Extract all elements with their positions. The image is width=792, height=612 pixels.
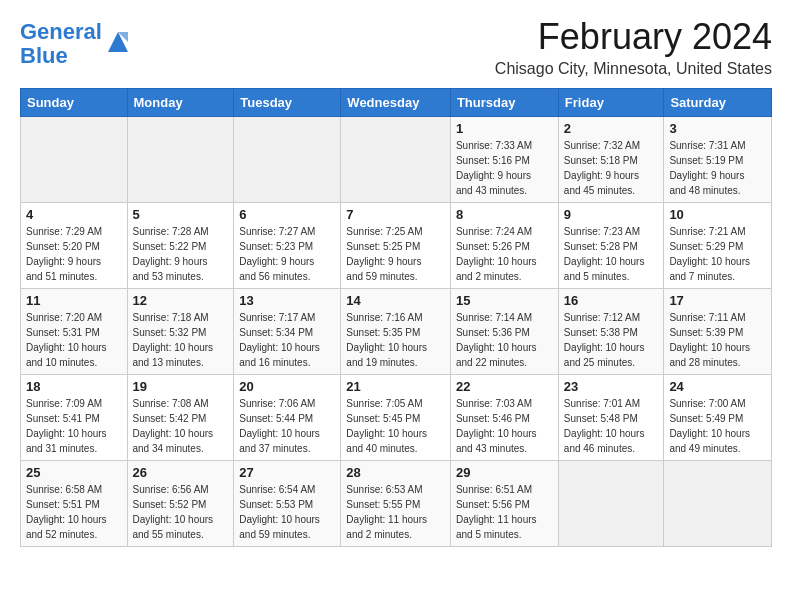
calendar-cell: 6Sunrise: 7:27 AM Sunset: 5:23 PM Daylig… <box>234 203 341 289</box>
day-number: 24 <box>669 379 766 394</box>
calendar-cell: 4Sunrise: 7:29 AM Sunset: 5:20 PM Daylig… <box>21 203 128 289</box>
day-number: 1 <box>456 121 553 136</box>
logo: General Blue <box>20 20 132 68</box>
calendar-cell: 5Sunrise: 7:28 AM Sunset: 5:22 PM Daylig… <box>127 203 234 289</box>
calendar-cell <box>341 117 451 203</box>
calendar-cell: 15Sunrise: 7:14 AM Sunset: 5:36 PM Dayli… <box>450 289 558 375</box>
calendar-cell <box>234 117 341 203</box>
calendar-cell: 27Sunrise: 6:54 AM Sunset: 5:53 PM Dayli… <box>234 461 341 547</box>
day-number: 21 <box>346 379 445 394</box>
day-number: 7 <box>346 207 445 222</box>
day-info: Sunrise: 7:01 AM Sunset: 5:48 PM Dayligh… <box>564 396 659 456</box>
header-saturday: Saturday <box>664 89 772 117</box>
day-info: Sunrise: 7:32 AM Sunset: 5:18 PM Dayligh… <box>564 138 659 198</box>
day-number: 13 <box>239 293 335 308</box>
day-info: Sunrise: 6:58 AM Sunset: 5:51 PM Dayligh… <box>26 482 122 542</box>
calendar-cell: 14Sunrise: 7:16 AM Sunset: 5:35 PM Dayli… <box>341 289 451 375</box>
calendar-cell: 12Sunrise: 7:18 AM Sunset: 5:32 PM Dayli… <box>127 289 234 375</box>
day-info: Sunrise: 6:54 AM Sunset: 5:53 PM Dayligh… <box>239 482 335 542</box>
day-info: Sunrise: 7:31 AM Sunset: 5:19 PM Dayligh… <box>669 138 766 198</box>
logo-icon <box>104 28 132 56</box>
day-number: 26 <box>133 465 229 480</box>
calendar-cell: 7Sunrise: 7:25 AM Sunset: 5:25 PM Daylig… <box>341 203 451 289</box>
calendar-cell: 2Sunrise: 7:32 AM Sunset: 5:18 PM Daylig… <box>558 117 664 203</box>
calendar-cell: 25Sunrise: 6:58 AM Sunset: 5:51 PM Dayli… <box>21 461 128 547</box>
calendar-cell: 23Sunrise: 7:01 AM Sunset: 5:48 PM Dayli… <box>558 375 664 461</box>
day-info: Sunrise: 7:24 AM Sunset: 5:26 PM Dayligh… <box>456 224 553 284</box>
day-info: Sunrise: 7:14 AM Sunset: 5:36 PM Dayligh… <box>456 310 553 370</box>
calendar-cell: 22Sunrise: 7:03 AM Sunset: 5:46 PM Dayli… <box>450 375 558 461</box>
day-number: 23 <box>564 379 659 394</box>
day-number: 12 <box>133 293 229 308</box>
day-info: Sunrise: 7:09 AM Sunset: 5:41 PM Dayligh… <box>26 396 122 456</box>
day-info: Sunrise: 7:23 AM Sunset: 5:28 PM Dayligh… <box>564 224 659 284</box>
day-info: Sunrise: 7:20 AM Sunset: 5:31 PM Dayligh… <box>26 310 122 370</box>
calendar-cell: 3Sunrise: 7:31 AM Sunset: 5:19 PM Daylig… <box>664 117 772 203</box>
day-number: 22 <box>456 379 553 394</box>
calendar-header: SundayMondayTuesdayWednesdayThursdayFrid… <box>21 89 772 117</box>
calendar-table: SundayMondayTuesdayWednesdayThursdayFrid… <box>20 88 772 547</box>
day-number: 9 <box>564 207 659 222</box>
calendar-cell <box>664 461 772 547</box>
day-number: 28 <box>346 465 445 480</box>
day-info: Sunrise: 7:00 AM Sunset: 5:49 PM Dayligh… <box>669 396 766 456</box>
day-number: 29 <box>456 465 553 480</box>
day-info: Sunrise: 7:12 AM Sunset: 5:38 PM Dayligh… <box>564 310 659 370</box>
calendar-cell: 26Sunrise: 6:56 AM Sunset: 5:52 PM Dayli… <box>127 461 234 547</box>
calendar-cell: 18Sunrise: 7:09 AM Sunset: 5:41 PM Dayli… <box>21 375 128 461</box>
calendar-cell: 17Sunrise: 7:11 AM Sunset: 5:39 PM Dayli… <box>664 289 772 375</box>
calendar-cell: 9Sunrise: 7:23 AM Sunset: 5:28 PM Daylig… <box>558 203 664 289</box>
header-monday: Monday <box>127 89 234 117</box>
calendar-title: February 2024 <box>495 16 772 58</box>
calendar-cell: 13Sunrise: 7:17 AM Sunset: 5:34 PM Dayli… <box>234 289 341 375</box>
calendar-cell: 24Sunrise: 7:00 AM Sunset: 5:49 PM Dayli… <box>664 375 772 461</box>
day-info: Sunrise: 7:27 AM Sunset: 5:23 PM Dayligh… <box>239 224 335 284</box>
calendar-cell: 21Sunrise: 7:05 AM Sunset: 5:45 PM Dayli… <box>341 375 451 461</box>
calendar-cell: 29Sunrise: 6:51 AM Sunset: 5:56 PM Dayli… <box>450 461 558 547</box>
day-number: 15 <box>456 293 553 308</box>
day-info: Sunrise: 7:21 AM Sunset: 5:29 PM Dayligh… <box>669 224 766 284</box>
day-number: 8 <box>456 207 553 222</box>
day-number: 4 <box>26 207 122 222</box>
day-info: Sunrise: 6:51 AM Sunset: 5:56 PM Dayligh… <box>456 482 553 542</box>
day-number: 5 <box>133 207 229 222</box>
calendar-cell: 19Sunrise: 7:08 AM Sunset: 5:42 PM Dayli… <box>127 375 234 461</box>
day-number: 6 <box>239 207 335 222</box>
calendar-cell: 28Sunrise: 6:53 AM Sunset: 5:55 PM Dayli… <box>341 461 451 547</box>
day-info: Sunrise: 7:25 AM Sunset: 5:25 PM Dayligh… <box>346 224 445 284</box>
header-friday: Friday <box>558 89 664 117</box>
day-info: Sunrise: 7:28 AM Sunset: 5:22 PM Dayligh… <box>133 224 229 284</box>
day-number: 3 <box>669 121 766 136</box>
day-number: 18 <box>26 379 122 394</box>
calendar-subtitle: Chisago City, Minnesota, United States <box>495 60 772 78</box>
day-number: 10 <box>669 207 766 222</box>
day-info: Sunrise: 7:18 AM Sunset: 5:32 PM Dayligh… <box>133 310 229 370</box>
calendar-cell: 10Sunrise: 7:21 AM Sunset: 5:29 PM Dayli… <box>664 203 772 289</box>
day-number: 27 <box>239 465 335 480</box>
day-info: Sunrise: 6:53 AM Sunset: 5:55 PM Dayligh… <box>346 482 445 542</box>
calendar-cell: 16Sunrise: 7:12 AM Sunset: 5:38 PM Dayli… <box>558 289 664 375</box>
day-info: Sunrise: 7:05 AM Sunset: 5:45 PM Dayligh… <box>346 396 445 456</box>
logo-text: General Blue <box>20 20 102 68</box>
calendar-cell: 8Sunrise: 7:24 AM Sunset: 5:26 PM Daylig… <box>450 203 558 289</box>
day-number: 14 <box>346 293 445 308</box>
page-header: General Blue February 2024 Chisago City,… <box>20 16 772 78</box>
header-sunday: Sunday <box>21 89 128 117</box>
calendar-cell <box>21 117 128 203</box>
header-wednesday: Wednesday <box>341 89 451 117</box>
day-number: 11 <box>26 293 122 308</box>
day-number: 17 <box>669 293 766 308</box>
day-info: Sunrise: 7:33 AM Sunset: 5:16 PM Dayligh… <box>456 138 553 198</box>
day-info: Sunrise: 7:17 AM Sunset: 5:34 PM Dayligh… <box>239 310 335 370</box>
header-thursday: Thursday <box>450 89 558 117</box>
day-info: Sunrise: 7:29 AM Sunset: 5:20 PM Dayligh… <box>26 224 122 284</box>
day-info: Sunrise: 7:03 AM Sunset: 5:46 PM Dayligh… <box>456 396 553 456</box>
day-info: Sunrise: 7:06 AM Sunset: 5:44 PM Dayligh… <box>239 396 335 456</box>
calendar-cell: 11Sunrise: 7:20 AM Sunset: 5:31 PM Dayli… <box>21 289 128 375</box>
calendar-cell: 1Sunrise: 7:33 AM Sunset: 5:16 PM Daylig… <box>450 117 558 203</box>
day-info: Sunrise: 7:11 AM Sunset: 5:39 PM Dayligh… <box>669 310 766 370</box>
calendar-cell <box>558 461 664 547</box>
day-number: 20 <box>239 379 335 394</box>
day-number: 16 <box>564 293 659 308</box>
day-info: Sunrise: 6:56 AM Sunset: 5:52 PM Dayligh… <box>133 482 229 542</box>
